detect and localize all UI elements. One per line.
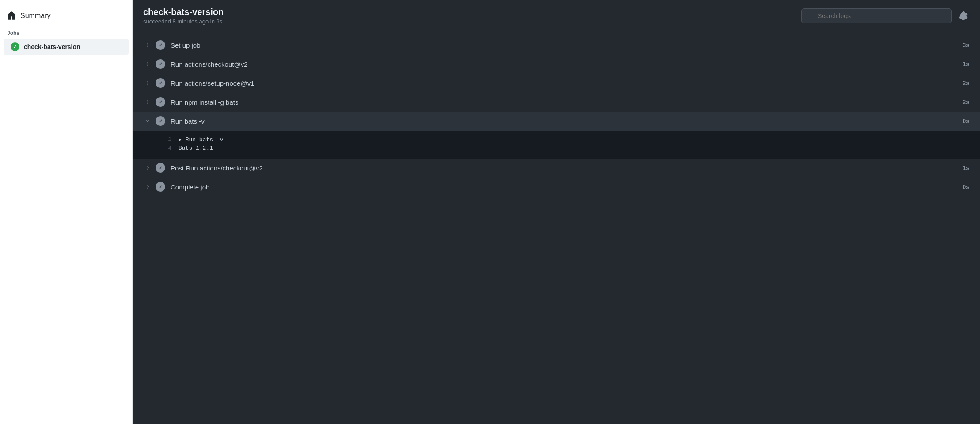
main-header: check-bats-version succeeded 8 minutes a…: [133, 0, 980, 32]
step-row[interactable]: Run bats -v0s: [133, 112, 980, 131]
chevron-right-icon: [143, 61, 152, 67]
search-logs-input[interactable]: [801, 8, 952, 23]
log-line: 1▶ Run bats -v: [163, 135, 969, 144]
step-row[interactable]: Post Run actions/checkout@v21s: [133, 159, 980, 178]
chevron-right-icon: [143, 184, 152, 189]
step-name: Post Run actions/checkout@v2: [171, 164, 956, 172]
sidebar: Summary Jobs check-bats-version: [0, 0, 133, 424]
step-duration: 1s: [956, 164, 969, 171]
header-right: [801, 8, 969, 23]
log-line-number: 4: [163, 145, 171, 151]
step-name: Run actions/setup-node@v1: [171, 80, 956, 87]
step-row[interactable]: Complete job0s: [133, 178, 980, 197]
step-name: Complete job: [171, 183, 956, 191]
sidebar-job-item[interactable]: check-bats-version: [4, 39, 129, 55]
jobs-section-label: Jobs: [0, 25, 132, 39]
chevron-right-icon: [143, 99, 152, 105]
step-duration: 2s: [956, 80, 969, 87]
step-name: Run actions/checkout@v2: [171, 61, 956, 68]
summary-link[interactable]: Summary: [0, 7, 132, 25]
log-line-text: ▶ Run bats -v: [179, 136, 223, 143]
step-log-content: 1▶ Run bats -v4Bats 1.2.1: [133, 131, 980, 159]
header-left: check-bats-version succeeded 8 minutes a…: [143, 7, 224, 25]
job-title: check-bats-version: [143, 7, 224, 17]
steps-list: Set up job3sRun actions/checkout@v21sRun…: [133, 32, 980, 424]
step-duration: 0s: [956, 117, 969, 125]
step-duration: 0s: [956, 183, 969, 190]
summary-label: Summary: [20, 12, 50, 20]
main-panel: check-bats-version succeeded 8 minutes a…: [133, 0, 980, 424]
step-row[interactable]: Run actions/setup-node@v12s: [133, 74, 980, 93]
home-icon: [7, 11, 16, 20]
chevron-right-icon: [143, 165, 152, 170]
step-status-success-icon: [156, 97, 165, 107]
chevron-down-icon: [143, 118, 152, 124]
step-duration: 1s: [956, 61, 969, 68]
step-duration: 2s: [956, 98, 969, 106]
step-status-success-icon: [156, 163, 165, 173]
step-name: Set up job: [171, 42, 956, 49]
step-status-success-icon: [156, 59, 165, 69]
step-name: Run bats -v: [171, 117, 956, 125]
job-success-icon: [11, 42, 19, 51]
log-line-number: 1: [163, 136, 171, 143]
step-duration: 3s: [956, 42, 969, 49]
sidebar-job-label: check-bats-version: [24, 43, 80, 50]
search-wrapper: [801, 8, 952, 23]
settings-button[interactable]: [957, 10, 969, 22]
step-status-success-icon: [156, 40, 165, 50]
log-line: 4Bats 1.2.1: [163, 144, 969, 152]
chevron-right-icon: [143, 42, 152, 48]
step-row[interactable]: Set up job3s: [133, 36, 980, 55]
step-status-success-icon: [156, 182, 165, 192]
step-status-success-icon: [156, 116, 165, 126]
log-line-text: Bats 1.2.1: [179, 145, 213, 151]
step-row[interactable]: Run npm install -g bats2s: [133, 93, 980, 112]
step-status-success-icon: [156, 78, 165, 88]
step-name: Run npm install -g bats: [171, 98, 956, 106]
step-row[interactable]: Run actions/checkout@v21s: [133, 55, 980, 74]
chevron-right-icon: [143, 80, 152, 86]
gear-icon: [959, 11, 968, 20]
job-subtitle: succeeded 8 minutes ago in 9s: [143, 18, 224, 25]
